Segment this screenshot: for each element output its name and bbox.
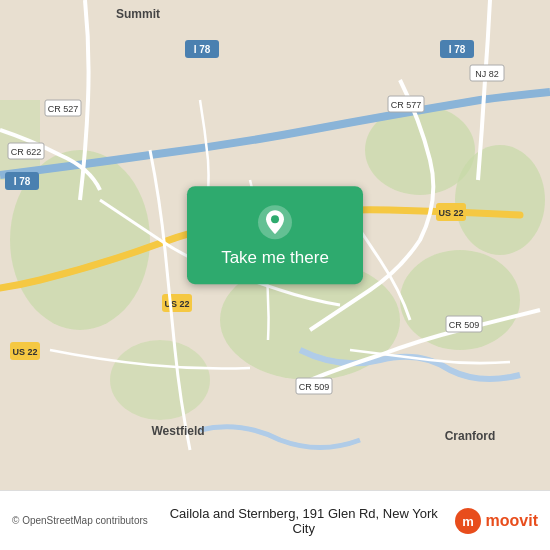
svg-text:CR 509: CR 509 <box>449 320 480 330</box>
svg-text:US 22: US 22 <box>12 347 37 357</box>
location-pin-icon <box>257 204 293 240</box>
svg-text:US 22: US 22 <box>438 208 463 218</box>
svg-text:CR 577: CR 577 <box>391 100 422 110</box>
moovit-icon: m <box>454 507 482 535</box>
moovit-logo: m moovit <box>454 507 538 535</box>
svg-point-5 <box>455 145 545 255</box>
map-container: I 78 I 78 I 78 US 22 US 22 US 22 CR 527 … <box>0 0 550 490</box>
svg-text:Cranford: Cranford <box>445 429 496 443</box>
svg-text:CR 509: CR 509 <box>299 382 330 392</box>
svg-text:CR 622: CR 622 <box>11 147 42 157</box>
osm-attribution: © OpenStreetMap contributors <box>12 515 154 526</box>
svg-text:I 78: I 78 <box>449 44 466 55</box>
svg-point-6 <box>110 340 210 420</box>
svg-text:m: m <box>462 514 474 529</box>
destination-label: Cailola and Sternberg, 191 Glen Rd, New … <box>162 506 446 536</box>
svg-text:Summit: Summit <box>116 7 160 21</box>
svg-text:NJ 82: NJ 82 <box>475 69 499 79</box>
svg-point-38 <box>271 215 279 223</box>
take-me-there-label: Take me there <box>221 248 329 268</box>
svg-text:Westfield: Westfield <box>151 424 204 438</box>
bottom-bar: © OpenStreetMap contributors Cailola and… <box>0 490 550 550</box>
svg-text:I 78: I 78 <box>14 176 31 187</box>
svg-text:I 78: I 78 <box>194 44 211 55</box>
svg-point-3 <box>400 250 520 350</box>
svg-text:CR 527: CR 527 <box>48 104 79 114</box>
svg-text:US 22: US 22 <box>164 299 189 309</box>
cta-button[interactable]: Take me there <box>187 186 363 284</box>
moovit-text: moovit <box>486 512 538 530</box>
